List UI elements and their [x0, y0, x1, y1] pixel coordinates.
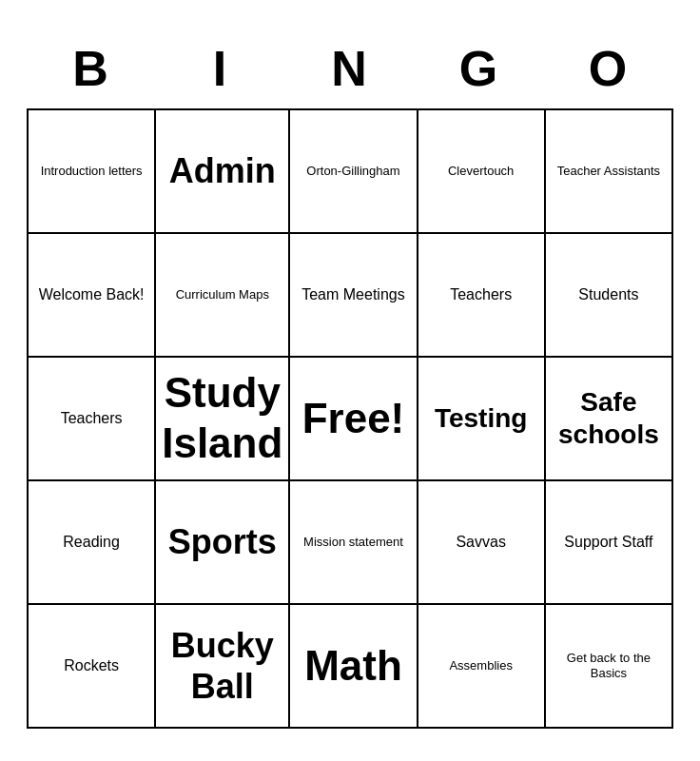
bingo-cell: Teachers	[29, 358, 156, 481]
cell-text: Math	[304, 641, 402, 692]
cell-text: Teachers	[450, 285, 512, 303]
bingo-cell: Welcome Back!	[29, 234, 156, 358]
header-letter: O	[544, 32, 673, 105]
bingo-cell: Testing	[418, 358, 546, 481]
cell-text: Introduction letters	[41, 164, 143, 179]
cell-text: Reading	[63, 533, 120, 551]
bingo-cell: Teacher Assistants	[546, 110, 673, 234]
cell-text: Clevertouch	[448, 164, 514, 179]
bingo-cell: Curriculum Maps	[156, 234, 290, 358]
bingo-grid: Introduction lettersAdminOrton-Gillingha…	[27, 108, 673, 729]
bingo-cell: Rockets	[29, 605, 156, 729]
cell-text: Teacher Assistants	[557, 164, 660, 179]
bingo-cell: Get back to the Basics	[546, 605, 673, 729]
cell-text: Mission statement	[303, 535, 403, 550]
bingo-cell: Support Staff	[546, 481, 673, 605]
bingo-header: BINGO	[27, 32, 673, 105]
bingo-cell: Assemblies	[418, 605, 546, 729]
bingo-cell: Bucky Ball	[156, 605, 290, 729]
cell-text: Free!	[302, 394, 405, 444]
bingo-cell: Mission statement	[290, 481, 418, 605]
cell-text: Curriculum Maps	[176, 287, 269, 302]
bingo-cell: Sports	[156, 481, 290, 605]
cell-text: Assemblies	[449, 658, 512, 673]
cell-text: Teachers	[61, 409, 123, 427]
cell-text: Team Meetings	[301, 285, 405, 303]
bingo-cell: Free!	[290, 358, 418, 481]
cell-text: Sports	[168, 521, 277, 562]
cell-text: Welcome Back!	[39, 285, 145, 303]
bingo-card: BINGO Introduction lettersAdminOrton-Gil…	[17, 23, 683, 738]
bingo-cell: Admin	[156, 110, 290, 234]
bingo-cell: Students	[546, 234, 673, 358]
bingo-cell: Safe schools	[546, 358, 673, 481]
cell-text: Students	[578, 285, 638, 303]
bingo-cell: Team Meetings	[290, 234, 418, 358]
header-letter: N	[285, 32, 415, 105]
cell-text: Bucky Ball	[162, 625, 282, 707]
cell-text: Admin	[169, 150, 276, 191]
cell-text: Orton-Gillingham	[306, 164, 399, 179]
header-letter: G	[415, 32, 544, 105]
cell-text: Study Island	[162, 368, 282, 469]
header-letter: B	[27, 32, 156, 105]
bingo-cell: Reading	[29, 481, 156, 605]
cell-text: Support Staff	[564, 533, 652, 551]
bingo-cell: Math	[290, 605, 418, 729]
cell-text: Rockets	[64, 656, 119, 674]
bingo-cell: Introduction letters	[29, 110, 156, 234]
bingo-cell: Orton-Gillingham	[290, 110, 418, 234]
bingo-cell: Teachers	[418, 234, 546, 358]
bingo-cell: Savvas	[418, 481, 546, 605]
cell-text: Safe schools	[552, 386, 666, 450]
cell-text: Savvas	[456, 533, 505, 551]
bingo-cell: Clevertouch	[418, 110, 546, 234]
header-letter: I	[156, 32, 285, 105]
bingo-cell: Study Island	[156, 358, 290, 481]
cell-text: Testing	[435, 402, 527, 435]
cell-text: Get back to the Basics	[552, 651, 666, 680]
